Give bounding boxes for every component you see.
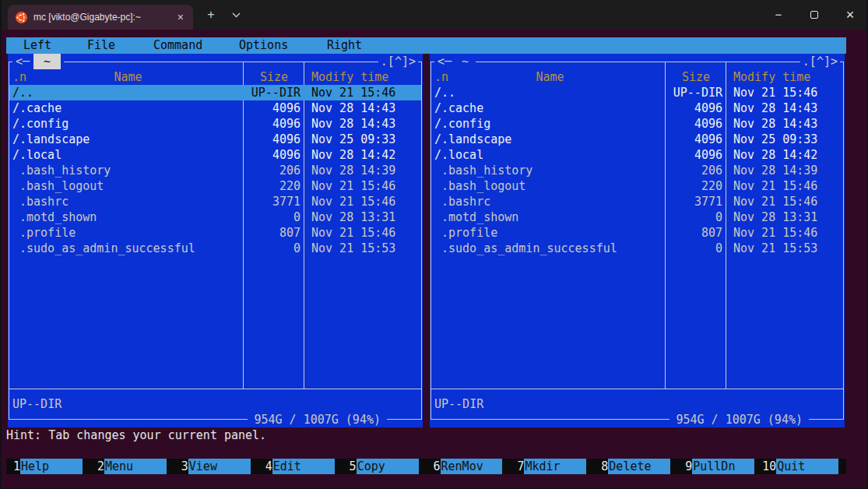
file-name: .motd_shown (441, 209, 518, 225)
file-row[interactable]: .bash_logout220Nov 21 15:46 (9, 178, 421, 194)
file-name: .bash_history (19, 163, 111, 178)
tab-title: mc [vikto@Gigabyte-pc]:~ (33, 9, 170, 25)
file-name: .config (441, 116, 490, 132)
ministatus-separator (430, 389, 844, 389)
panel-path-bar[interactable]: <─ ~ (434, 54, 476, 69)
file-row[interactable]: .motd_shown0Nov 28 13:31 (431, 209, 843, 225)
file-size: 220 (244, 178, 304, 194)
file-row[interactable]: /..UP--DIRNov 21 15:46 (431, 85, 843, 100)
fn-button-quit[interactable]: 10Quit (762, 459, 846, 474)
file-list: .n Name Size Modify time /..UP--DIRNov 2… (9, 69, 421, 381)
fn-key-label: Delete (608, 459, 670, 474)
fn-button-delete[interactable]: 8Delete (594, 459, 678, 474)
file-row[interactable]: .motd_shown0Nov 28 13:31 (9, 209, 421, 225)
header-name[interactable]: Name (536, 69, 564, 85)
fn-button-pulldn[interactable]: 9PullDn (678, 459, 762, 474)
header-size[interactable]: Size (244, 69, 304, 85)
window-controls: − × (761, 0, 868, 30)
menu-item-left[interactable]: Left (23, 37, 51, 54)
file-type-marker (434, 178, 441, 194)
tab-close-icon[interactable]: × (176, 12, 185, 23)
maximize-button[interactable] (796, 0, 832, 30)
file-name: .bash_history (441, 163, 532, 178)
file-size: 0 (244, 241, 304, 256)
right-panel: <─ ~ .[^]> .n Name Size Modify time /..U… (430, 54, 845, 427)
file-row[interactable]: .sudo_as_admin_successful0Nov 21 15:53 (431, 241, 843, 256)
fn-button-view[interactable]: 3View (174, 459, 258, 474)
file-row[interactable]: .bash_logout220Nov 21 15:46 (431, 178, 843, 194)
close-button[interactable]: × (832, 0, 868, 30)
file-name: .profile (19, 225, 76, 241)
shell-prompt[interactable]: vikto@Gigabyte-pc:~$ (6, 443, 189, 459)
header-name[interactable]: Name (114, 69, 142, 85)
fn-key-number: 10 (762, 459, 776, 474)
panel-path[interactable]: ~ (458, 54, 473, 69)
mc-menubar: LeftFileCommandOptionsRight (6, 37, 846, 54)
fn-button-edit[interactable]: 4Edit (258, 459, 343, 474)
panel-back-arrow[interactable]: <─ (438, 54, 452, 69)
file-row[interactable]: /.config4096Nov 28 14:43 (9, 116, 421, 132)
file-row[interactable]: /.landscape4096Nov 25 09:33 (9, 132, 421, 147)
file-row[interactable]: /.local4096Nov 28 14:42 (9, 147, 421, 163)
file-type-marker: / (434, 147, 441, 163)
file-name: .bash_logout (19, 178, 104, 194)
file-type-marker (12, 225, 19, 241)
file-mtime: Nov 21 15:53 (726, 241, 843, 256)
file-mtime: Nov 28 14:43 (726, 100, 843, 116)
file-type-marker: / (434, 116, 441, 132)
file-list: .n Name Size Modify time /..UP--DIRNov 2… (431, 69, 843, 381)
panel-path[interactable]: ~ (33, 54, 61, 69)
function-key-bar: 1Help2Menu3View4Edit5Copy6RenMov7Mkdir8D… (6, 459, 846, 474)
fn-key-number: 6 (427, 459, 441, 474)
file-name: .bashrc (19, 194, 69, 209)
header-mtime[interactable]: Modify time (304, 69, 421, 85)
file-row[interactable]: /.cache4096Nov 28 14:43 (431, 100, 843, 116)
file-size: 807 (666, 225, 726, 241)
file-size: 4096 (666, 132, 726, 147)
tab-dropdown-button[interactable] (226, 6, 246, 23)
menu-item-right[interactable]: Right (327, 37, 362, 54)
file-mtime: Nov 25 09:33 (726, 132, 843, 147)
file-row[interactable]: .profile807Nov 21 15:46 (431, 225, 843, 241)
header-size[interactable]: Size (666, 69, 726, 85)
fn-button-copy[interactable]: 5Copy (343, 459, 427, 474)
panel-corner-buttons[interactable]: .[^]> (800, 54, 840, 69)
fn-button-renmov[interactable]: 6RenMov (427, 459, 511, 474)
terminal-tab[interactable]: mc [vikto@Gigabyte-pc]:~ × (8, 5, 193, 30)
maximize-icon (810, 11, 818, 19)
file-row[interactable]: .bash_history206Nov 28 14:39 (431, 163, 843, 178)
menu-item-options[interactable]: Options (239, 37, 288, 54)
file-size: UP--DIR (244, 85, 304, 100)
file-row[interactable]: .bash_history206Nov 28 14:39 (9, 163, 421, 178)
fn-button-mkdir[interactable]: 7Mkdir (510, 459, 594, 474)
left-panel: <─ ~ .[^]> .n Name Size Modify time /..U… (8, 54, 423, 427)
file-type-marker: / (12, 147, 19, 163)
fn-key-label: Mkdir (524, 459, 586, 474)
file-name: .cache (19, 100, 61, 116)
file-row[interactable]: .bashrc3771Nov 21 15:46 (431, 194, 843, 209)
panel-corner-buttons[interactable]: .[^]> (378, 54, 418, 69)
file-type-marker: / (12, 100, 19, 116)
file-row[interactable]: /.cache4096Nov 28 14:43 (9, 100, 421, 116)
file-row[interactable]: .bashrc3771Nov 21 15:46 (9, 194, 421, 209)
header-mtime[interactable]: Modify time (726, 69, 843, 85)
new-tab-button[interactable]: + (201, 6, 221, 23)
sort-indicator[interactable]: .n (434, 69, 448, 85)
menu-item-file[interactable]: File (87, 37, 115, 54)
fn-button-menu[interactable]: 2Menu (90, 459, 174, 474)
file-row[interactable]: /.local4096Nov 28 14:42 (431, 147, 843, 163)
minimize-button[interactable]: − (761, 0, 796, 30)
file-name: .landscape (441, 132, 511, 147)
fn-button-help[interactable]: 1Help (6, 459, 90, 474)
file-row[interactable]: .sudo_as_admin_successful0Nov 21 15:53 (9, 241, 421, 256)
panel-path-bar[interactable]: <─ ~ (12, 54, 64, 69)
sort-indicator[interactable]: .n (12, 69, 26, 85)
panel-back-arrow[interactable]: <─ (16, 54, 30, 69)
file-row[interactable]: .profile807Nov 21 15:46 (9, 225, 421, 241)
file-mtime: Nov 28 13:31 (726, 209, 843, 225)
file-row[interactable]: /..UP--DIRNov 21 15:46 (9, 85, 421, 100)
file-row[interactable]: /.config4096Nov 28 14:43 (431, 116, 843, 132)
menu-item-command[interactable]: Command (153, 37, 202, 54)
file-row[interactable]: /.landscape4096Nov 25 09:33 (431, 132, 843, 147)
file-name: .cache (441, 100, 483, 116)
